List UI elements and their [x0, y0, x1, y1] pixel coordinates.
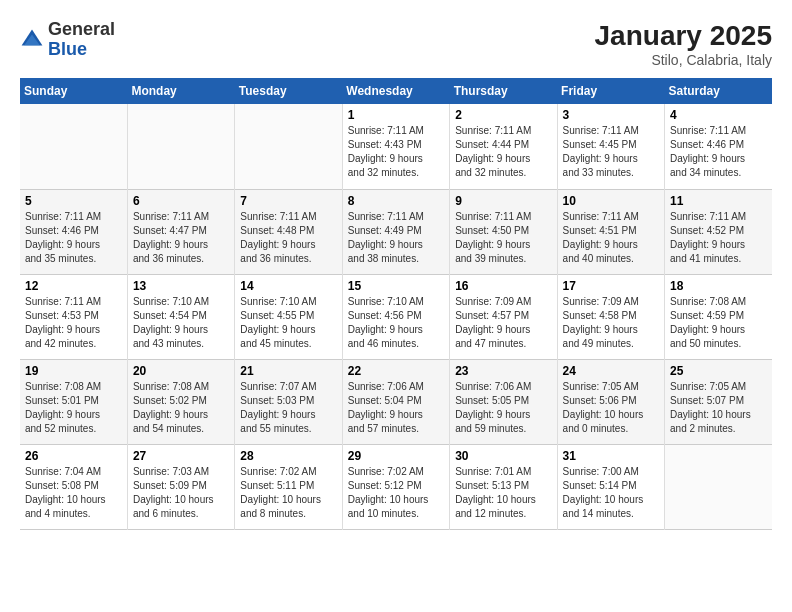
day-number: 18 — [670, 279, 767, 293]
day-number: 7 — [240, 194, 336, 208]
calendar-cell: 25Sunrise: 7:05 AM Sunset: 5:07 PM Dayli… — [665, 359, 772, 444]
day-info: Sunrise: 7:11 AM Sunset: 4:44 PM Dayligh… — [455, 124, 551, 180]
calendar-cell: 23Sunrise: 7:06 AM Sunset: 5:05 PM Dayli… — [450, 359, 557, 444]
calendar-cell: 10Sunrise: 7:11 AM Sunset: 4:51 PM Dayli… — [557, 189, 664, 274]
day-number: 10 — [563, 194, 659, 208]
calendar-cell: 27Sunrise: 7:03 AM Sunset: 5:09 PM Dayli… — [127, 444, 234, 529]
day-info: Sunrise: 7:06 AM Sunset: 5:05 PM Dayligh… — [455, 380, 551, 436]
day-number: 2 — [455, 108, 551, 122]
calendar-cell: 7Sunrise: 7:11 AM Sunset: 4:48 PM Daylig… — [235, 189, 342, 274]
calendar-week-row: 19Sunrise: 7:08 AM Sunset: 5:01 PM Dayli… — [20, 359, 772, 444]
month-title: January 2025 — [595, 20, 772, 52]
day-info: Sunrise: 7:10 AM Sunset: 4:55 PM Dayligh… — [240, 295, 336, 351]
day-number: 24 — [563, 364, 659, 378]
calendar-cell: 4Sunrise: 7:11 AM Sunset: 4:46 PM Daylig… — [665, 104, 772, 189]
day-info: Sunrise: 7:11 AM Sunset: 4:51 PM Dayligh… — [563, 210, 659, 266]
calendar-cell — [665, 444, 772, 529]
day-info: Sunrise: 7:05 AM Sunset: 5:07 PM Dayligh… — [670, 380, 767, 436]
weekday-header: Friday — [557, 78, 664, 104]
calendar-cell: 19Sunrise: 7:08 AM Sunset: 5:01 PM Dayli… — [20, 359, 127, 444]
day-number: 12 — [25, 279, 122, 293]
calendar-week-row: 26Sunrise: 7:04 AM Sunset: 5:08 PM Dayli… — [20, 444, 772, 529]
day-number: 17 — [563, 279, 659, 293]
calendar-cell: 29Sunrise: 7:02 AM Sunset: 5:12 PM Dayli… — [342, 444, 449, 529]
day-number: 14 — [240, 279, 336, 293]
weekday-header-row: SundayMondayTuesdayWednesdayThursdayFrid… — [20, 78, 772, 104]
day-number: 29 — [348, 449, 444, 463]
day-info: Sunrise: 7:11 AM Sunset: 4:46 PM Dayligh… — [670, 124, 767, 180]
day-number: 30 — [455, 449, 551, 463]
calendar-cell: 16Sunrise: 7:09 AM Sunset: 4:57 PM Dayli… — [450, 274, 557, 359]
day-info: Sunrise: 7:08 AM Sunset: 5:01 PM Dayligh… — [25, 380, 122, 436]
day-info: Sunrise: 7:11 AM Sunset: 4:45 PM Dayligh… — [563, 124, 659, 180]
logo: General Blue — [20, 20, 115, 60]
calendar-cell: 20Sunrise: 7:08 AM Sunset: 5:02 PM Dayli… — [127, 359, 234, 444]
calendar-cell: 15Sunrise: 7:10 AM Sunset: 4:56 PM Dayli… — [342, 274, 449, 359]
weekday-header: Monday — [127, 78, 234, 104]
weekday-header: Wednesday — [342, 78, 449, 104]
day-info: Sunrise: 7:09 AM Sunset: 4:58 PM Dayligh… — [563, 295, 659, 351]
day-info: Sunrise: 7:05 AM Sunset: 5:06 PM Dayligh… — [563, 380, 659, 436]
logo-text: General Blue — [48, 20, 115, 60]
day-number: 27 — [133, 449, 229, 463]
calendar-cell: 2Sunrise: 7:11 AM Sunset: 4:44 PM Daylig… — [450, 104, 557, 189]
day-number: 8 — [348, 194, 444, 208]
calendar-cell: 28Sunrise: 7:02 AM Sunset: 5:11 PM Dayli… — [235, 444, 342, 529]
day-number: 25 — [670, 364, 767, 378]
calendar-table: SundayMondayTuesdayWednesdayThursdayFrid… — [20, 78, 772, 530]
day-info: Sunrise: 7:11 AM Sunset: 4:47 PM Dayligh… — [133, 210, 229, 266]
calendar-week-row: 1Sunrise: 7:11 AM Sunset: 4:43 PM Daylig… — [20, 104, 772, 189]
day-number: 15 — [348, 279, 444, 293]
calendar-cell: 30Sunrise: 7:01 AM Sunset: 5:13 PM Dayli… — [450, 444, 557, 529]
day-info: Sunrise: 7:10 AM Sunset: 4:54 PM Dayligh… — [133, 295, 229, 351]
calendar-cell — [20, 104, 127, 189]
day-info: Sunrise: 7:11 AM Sunset: 4:49 PM Dayligh… — [348, 210, 444, 266]
day-info: Sunrise: 7:04 AM Sunset: 5:08 PM Dayligh… — [25, 465, 122, 521]
calendar-cell — [127, 104, 234, 189]
calendar-cell — [235, 104, 342, 189]
day-info: Sunrise: 7:06 AM Sunset: 5:04 PM Dayligh… — [348, 380, 444, 436]
logo-icon — [20, 28, 44, 52]
calendar-cell: 11Sunrise: 7:11 AM Sunset: 4:52 PM Dayli… — [665, 189, 772, 274]
calendar-cell: 5Sunrise: 7:11 AM Sunset: 4:46 PM Daylig… — [20, 189, 127, 274]
day-number: 19 — [25, 364, 122, 378]
day-number: 26 — [25, 449, 122, 463]
day-number: 21 — [240, 364, 336, 378]
day-info: Sunrise: 7:02 AM Sunset: 5:12 PM Dayligh… — [348, 465, 444, 521]
calendar-cell: 18Sunrise: 7:08 AM Sunset: 4:59 PM Dayli… — [665, 274, 772, 359]
location-title: Stilo, Calabria, Italy — [595, 52, 772, 68]
calendar-cell: 24Sunrise: 7:05 AM Sunset: 5:06 PM Dayli… — [557, 359, 664, 444]
calendar-cell: 17Sunrise: 7:09 AM Sunset: 4:58 PM Dayli… — [557, 274, 664, 359]
day-number: 11 — [670, 194, 767, 208]
day-info: Sunrise: 7:08 AM Sunset: 5:02 PM Dayligh… — [133, 380, 229, 436]
day-info: Sunrise: 7:03 AM Sunset: 5:09 PM Dayligh… — [133, 465, 229, 521]
calendar-cell: 31Sunrise: 7:00 AM Sunset: 5:14 PM Dayli… — [557, 444, 664, 529]
day-number: 22 — [348, 364, 444, 378]
day-number: 1 — [348, 108, 444, 122]
calendar-cell: 22Sunrise: 7:06 AM Sunset: 5:04 PM Dayli… — [342, 359, 449, 444]
calendar-cell: 12Sunrise: 7:11 AM Sunset: 4:53 PM Dayli… — [20, 274, 127, 359]
calendar-cell: 3Sunrise: 7:11 AM Sunset: 4:45 PM Daylig… — [557, 104, 664, 189]
day-info: Sunrise: 7:07 AM Sunset: 5:03 PM Dayligh… — [240, 380, 336, 436]
day-number: 5 — [25, 194, 122, 208]
day-info: Sunrise: 7:11 AM Sunset: 4:43 PM Dayligh… — [348, 124, 444, 180]
day-info: Sunrise: 7:08 AM Sunset: 4:59 PM Dayligh… — [670, 295, 767, 351]
weekday-header: Thursday — [450, 78, 557, 104]
day-info: Sunrise: 7:11 AM Sunset: 4:46 PM Dayligh… — [25, 210, 122, 266]
day-info: Sunrise: 7:11 AM Sunset: 4:50 PM Dayligh… — [455, 210, 551, 266]
day-info: Sunrise: 7:00 AM Sunset: 5:14 PM Dayligh… — [563, 465, 659, 521]
calendar-week-row: 5Sunrise: 7:11 AM Sunset: 4:46 PM Daylig… — [20, 189, 772, 274]
page-header: General Blue January 2025 Stilo, Calabri… — [20, 20, 772, 68]
weekday-header: Sunday — [20, 78, 127, 104]
day-info: Sunrise: 7:11 AM Sunset: 4:48 PM Dayligh… — [240, 210, 336, 266]
day-info: Sunrise: 7:11 AM Sunset: 4:53 PM Dayligh… — [25, 295, 122, 351]
weekday-header: Saturday — [665, 78, 772, 104]
day-number: 13 — [133, 279, 229, 293]
day-info: Sunrise: 7:11 AM Sunset: 4:52 PM Dayligh… — [670, 210, 767, 266]
day-number: 3 — [563, 108, 659, 122]
calendar-cell: 26Sunrise: 7:04 AM Sunset: 5:08 PM Dayli… — [20, 444, 127, 529]
weekday-header: Tuesday — [235, 78, 342, 104]
day-info: Sunrise: 7:02 AM Sunset: 5:11 PM Dayligh… — [240, 465, 336, 521]
calendar-cell: 9Sunrise: 7:11 AM Sunset: 4:50 PM Daylig… — [450, 189, 557, 274]
day-number: 23 — [455, 364, 551, 378]
